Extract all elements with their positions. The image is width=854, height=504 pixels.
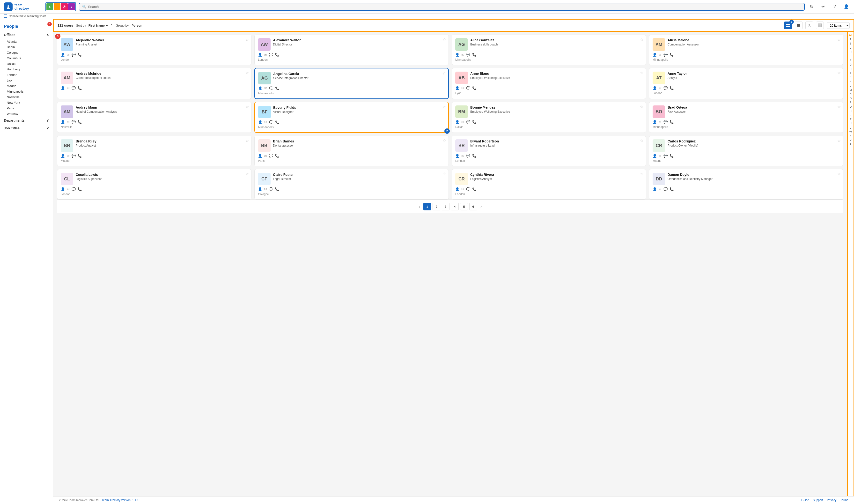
person-card-19[interactable]: DD Damon Doyle Orthdontics and Dentistry… (649, 169, 843, 199)
person-email-icon-1[interactable]: ✉ (264, 53, 267, 57)
badge-bar-icon[interactable] (54, 3, 60, 10)
person-card-3[interactable]: AM Alicia Malone Compensation Assessor ☆… (649, 35, 843, 65)
person-chat-icon-2[interactable]: 💬 (466, 53, 470, 57)
person-email-icon-12[interactable]: ✉ (67, 154, 70, 158)
sidebar-office-nashville[interactable]: Nashville (0, 94, 53, 100)
alpha-g[interactable]: G (849, 62, 853, 67)
person-card-15[interactable]: CR Carlos Rodriguez Product Owner (Mobil… (649, 136, 843, 166)
person-phone-icon-7[interactable]: 📞 (670, 86, 674, 90)
person-phone-icon-11[interactable]: 📞 (670, 120, 674, 124)
alpha-z[interactable]: Z (849, 142, 853, 147)
person-profile-icon-10[interactable]: 👤 (455, 120, 459, 124)
sidebar-office-dallas[interactable]: Dallas (0, 61, 53, 67)
alpha-s[interactable]: S (849, 113, 852, 117)
person-star-14[interactable]: ☆ (640, 138, 643, 143)
person-email-icon-19[interactable]: ✉ (659, 187, 661, 191)
list-view-button[interactable] (795, 21, 802, 29)
person-email-icon-4[interactable]: ✉ (67, 86, 70, 90)
alpha-q[interactable]: Q (849, 105, 853, 109)
person-chat-icon-18[interactable]: 💬 (466, 187, 470, 191)
alpha-j[interactable]: J (849, 75, 852, 79)
alpha-x[interactable]: X (849, 134, 852, 138)
person-chat-icon-6[interactable]: 💬 (466, 86, 470, 90)
person-email-icon-15[interactable]: ✉ (659, 154, 661, 158)
person-phone-icon-12[interactable]: 📞 (78, 154, 82, 158)
person-profile-icon-12[interactable]: 👤 (61, 154, 65, 158)
person-phone-icon-1[interactable]: 📞 (275, 53, 279, 57)
alpha-all[interactable]: All (848, 33, 853, 37)
alpha-p[interactable]: P (849, 101, 852, 105)
sidebar-office-cologne[interactable]: Cologne (0, 50, 53, 55)
sidebar-office-lyon[interactable]: Lyon (0, 78, 53, 83)
person-chat-icon-0[interactable]: 💬 (72, 53, 76, 57)
page-1-button[interactable]: 1 (423, 203, 431, 211)
person-chat-icon-16[interactable]: 💬 (72, 187, 76, 191)
footer-terms-link[interactable]: Terms (840, 499, 848, 502)
alpha-k[interactable]: K (849, 79, 852, 84)
person-profile-icon-14[interactable]: 👤 (455, 154, 459, 158)
person-profile-icon-6[interactable]: 👤 (455, 86, 459, 90)
person-profile-icon-18[interactable]: 👤 (455, 187, 459, 191)
alpha-w[interactable]: W (849, 130, 853, 134)
person-email-icon-5[interactable]: ✉ (264, 86, 267, 90)
person-profile-icon-3[interactable]: 👤 (653, 53, 657, 57)
person-star-19[interactable]: ☆ (837, 172, 841, 176)
alpha-v[interactable]: V (849, 126, 852, 130)
alpha-u[interactable]: U (849, 121, 853, 126)
person-phone-icon-6[interactable]: 📞 (472, 86, 476, 90)
sidebar-people[interactable]: People (0, 22, 53, 31)
person-email-icon-14[interactable]: ✉ (461, 154, 464, 158)
person-phone-icon-17[interactable]: 📞 (275, 187, 279, 191)
badge-6[interactable]: 6 (47, 3, 53, 10)
person-star-3[interactable]: ☆ (837, 37, 841, 42)
person-chat-icon-13[interactable]: 💬 (269, 154, 273, 158)
person-phone-icon-5[interactable]: 📞 (275, 86, 279, 90)
person-card-7[interactable]: AT Anne Taylor Analyst ☆ 👤 ✉ 💬 📞 London (649, 68, 843, 99)
person-profile-icon-15[interactable]: 👤 (653, 154, 657, 158)
person-card-11[interactable]: BO Brad Ortega Risk Assessor ☆ 👤 ✉ 💬 📞 M… (649, 102, 843, 133)
prev-page-button[interactable]: ‹ (417, 203, 422, 210)
alpha-n[interactable]: N (849, 92, 853, 96)
person-card-8[interactable]: AM Audrey Mann Head of Compensation Anal… (57, 102, 252, 133)
person-star-17[interactable]: ☆ (443, 172, 446, 176)
sidebar-jobtitles-section[interactable]: Job Titles ∨ (0, 124, 53, 132)
person-phone-icon-0[interactable]: 📞 (78, 53, 82, 57)
person-email-icon-10[interactable]: ✉ (461, 120, 464, 124)
help-icon[interactable]: ? (831, 3, 838, 11)
sidebar-departments-section[interactable]: Departments ∨ (0, 116, 53, 124)
person-phone-icon-8[interactable]: 📞 (78, 120, 82, 124)
person-email-icon-8[interactable]: ✉ (67, 120, 70, 124)
table-view-button[interactable] (816, 21, 824, 29)
person-profile-icon-2[interactable]: 👤 (455, 53, 459, 57)
sidebar-office-london[interactable]: London (0, 72, 53, 78)
person-profile-icon-5[interactable]: 👤 (258, 86, 262, 90)
sidebar-office-atlanta[interactable]: Atlanta (0, 39, 53, 44)
person-chat-icon-7[interactable]: 💬 (664, 86, 668, 90)
alpha-a[interactable]: A (849, 37, 852, 41)
person-card-18[interactable]: CR Cynthia Rivera Logistics Analyst ☆ 👤 … (452, 169, 646, 199)
alpha-h[interactable]: H (849, 67, 853, 71)
person-chat-icon-5[interactable]: 💬 (269, 86, 273, 90)
footer-support-link[interactable]: Support (813, 499, 823, 502)
person-chat-icon-10[interactable]: 💬 (466, 120, 470, 124)
person-email-icon-11[interactable]: ✉ (659, 120, 661, 124)
sort-direction-icon[interactable]: ⌃ (110, 24, 113, 27)
person-email-icon-3[interactable]: ✉ (659, 53, 661, 57)
person-phone-icon-10[interactable]: 📞 (472, 120, 476, 124)
person-view-button[interactable] (805, 21, 813, 29)
person-phone-icon-19[interactable]: 📞 (670, 187, 674, 191)
alpha-r[interactable]: R (849, 109, 853, 113)
person-email-icon-2[interactable]: ✉ (461, 53, 464, 57)
person-star-13[interactable]: ☆ (443, 138, 446, 143)
page-3-button[interactable]: 3 (442, 203, 450, 211)
alpha-i[interactable]: I (849, 71, 852, 75)
person-phone-icon-3[interactable]: 📞 (670, 53, 674, 57)
alpha-m[interactable]: M (849, 88, 853, 92)
person-card-13[interactable]: BB Brian Barnes Dental assessor ☆ 👤 ✉ 💬 … (254, 136, 449, 166)
person-email-icon-6[interactable]: ✉ (461, 86, 464, 90)
person-phone-icon-18[interactable]: 📞 (472, 187, 476, 191)
person-email-icon-0[interactable]: ✉ (67, 53, 70, 57)
person-email-icon-13[interactable]: ✉ (264, 154, 267, 158)
page-5-button[interactable]: 5 (460, 203, 468, 211)
person-profile-icon-8[interactable]: 👤 (61, 120, 65, 124)
